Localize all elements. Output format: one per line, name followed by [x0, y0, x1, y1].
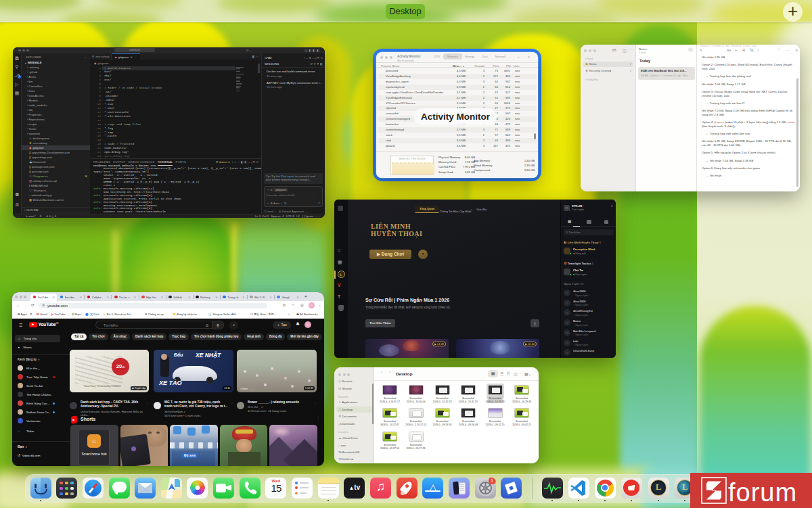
svg-text:forum: forum	[728, 478, 797, 507]
